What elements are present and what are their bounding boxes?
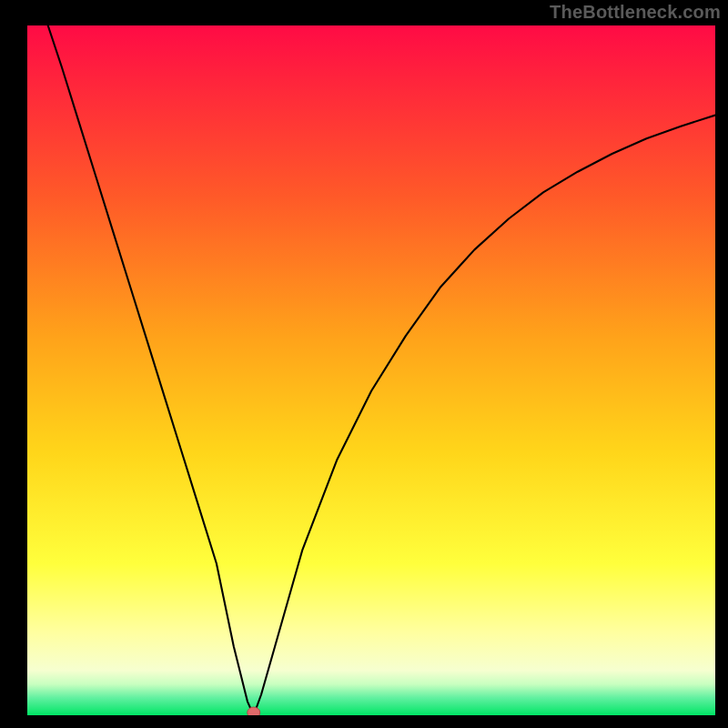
chart-container: TheBottleneck.com [0,0,728,728]
gradient-background [27,25,715,715]
optimal-point-marker [248,707,260,715]
watermark-text: TheBottleneck.com [550,2,721,23]
chart-svg [27,25,715,715]
plot-area [27,25,715,715]
